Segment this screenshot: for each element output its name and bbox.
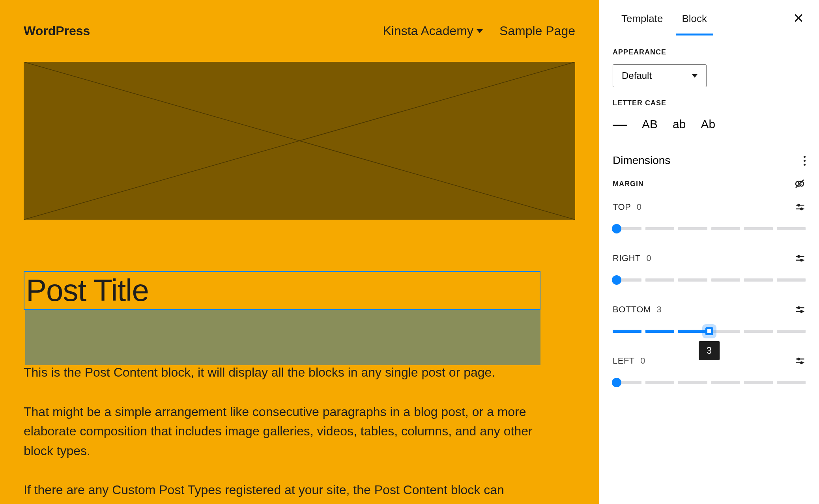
margin-right-slider[interactable]	[613, 278, 806, 282]
appearance-label: APPEARANCE	[613, 48, 806, 56]
appearance-select[interactable]: Default	[613, 64, 707, 87]
featured-image-placeholder[interactable]	[24, 62, 575, 220]
paragraph: If there are any Custom Post Types regis…	[24, 480, 540, 500]
margin-top-label: TOP	[613, 202, 631, 212]
sliders-icon[interactable]	[795, 253, 806, 264]
lettercase-lower-button[interactable]: ab	[673, 118, 686, 131]
margin-right-label: RIGHT	[613, 253, 641, 263]
svg-point-18	[800, 362, 802, 364]
sliders-icon[interactable]	[795, 304, 806, 315]
sliders-icon[interactable]	[795, 355, 806, 366]
dimensions-title: Dimensions	[613, 154, 670, 167]
site-header: WordPress Kinsta Academy Sample Page	[24, 24, 575, 38]
svg-point-4	[798, 204, 800, 206]
margin-top-control: TOP 0	[613, 202, 806, 231]
spacer-block[interactable]	[25, 310, 540, 365]
close-icon[interactable]: ✕	[793, 11, 804, 25]
svg-point-16	[798, 358, 800, 360]
tab-template[interactable]: Template	[612, 1, 673, 35]
select-value: Default	[622, 70, 652, 81]
lettercase-none-button[interactable]: —	[613, 121, 627, 128]
paragraph: This is the Post Content block, it will …	[24, 363, 540, 383]
lettercase-label: LETTER CASE	[613, 99, 806, 107]
tab-block[interactable]: Block	[673, 1, 717, 35]
margin-bottom-label: BOTTOM	[613, 304, 651, 314]
margin-bottom-control: BOTTOM 3 3	[613, 304, 806, 333]
nav-item-label: Kinsta Academy	[383, 24, 473, 38]
sliders-icon[interactable]	[795, 202, 806, 213]
typography-panel: APPEARANCE Default LETTER CASE — AB ab A…	[599, 36, 819, 414]
margin-top-value: 0	[637, 202, 642, 212]
nav-item-label: Sample Page	[499, 24, 575, 38]
lettercase-buttons: — AB ab Ab	[613, 118, 806, 131]
margin-top-slider[interactable]	[613, 227, 806, 231]
margin-bottom-value: 3	[656, 304, 662, 314]
settings-sidebar: Template Block ✕ APPEARANCE Default LETT…	[599, 0, 819, 504]
svg-point-6	[800, 208, 802, 210]
editor-canvas[interactable]: WordPress Kinsta Academy Sample Page Pos…	[0, 0, 599, 504]
unlink-icon[interactable]	[794, 178, 806, 190]
post-title: Post Title	[26, 273, 538, 308]
margin-right-control: RIGHT 0	[613, 253, 806, 282]
margin-left-control: LEFT 0	[613, 355, 806, 385]
post-content-block[interactable]: This is the Post Content block, it will …	[24, 363, 540, 500]
site-title[interactable]: WordPress	[24, 24, 90, 38]
nav-item-sample-page[interactable]: Sample Page	[499, 24, 575, 38]
svg-point-8	[798, 256, 800, 258]
sidebar-tabs: Template Block ✕	[599, 0, 819, 36]
dimensions-header: Dimensions	[613, 143, 806, 171]
margin-bottom-slider[interactable]: 3	[613, 329, 806, 333]
nav-item-kinsta-academy[interactable]: Kinsta Academy	[383, 24, 482, 38]
svg-point-10	[800, 259, 802, 261]
svg-point-12	[798, 307, 800, 309]
chevron-down-icon	[477, 29, 483, 33]
margin-left-slider[interactable]	[613, 381, 806, 385]
lettercase-capitalize-button[interactable]: Ab	[701, 118, 715, 131]
chevron-down-icon	[692, 74, 697, 78]
margin-header: MARGIN	[613, 178, 806, 190]
svg-point-14	[800, 310, 802, 312]
margin-left-label: LEFT	[613, 356, 635, 366]
margin-label: MARGIN	[613, 180, 644, 188]
paragraph: That might be a simple arrangement like …	[24, 402, 540, 461]
margin-left-value: 0	[640, 356, 645, 366]
lettercase-upper-button[interactable]: AB	[642, 118, 658, 131]
more-icon[interactable]	[804, 156, 806, 166]
post-title-block[interactable]: Post Title	[24, 271, 540, 310]
margin-right-value: 0	[646, 253, 651, 263]
primary-nav: Kinsta Academy Sample Page	[383, 24, 575, 38]
